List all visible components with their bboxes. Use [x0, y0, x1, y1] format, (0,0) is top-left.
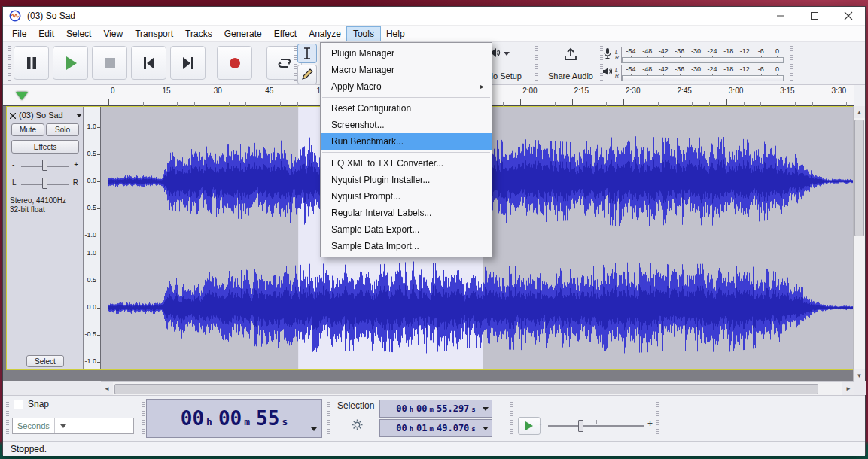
close-button[interactable]: [831, 7, 865, 25]
scroll-up-arrow[interactable]: ▲: [854, 106, 865, 118]
meter-scale-number: -42: [659, 47, 669, 55]
time-unit: m: [244, 416, 250, 427]
stop-button[interactable]: [92, 46, 127, 80]
toolbar-grip[interactable]: [142, 400, 145, 437]
audio-position-display[interactable]: 00h00m55s: [146, 399, 322, 438]
tools-menu-item[interactable]: Reset Configuration: [321, 100, 492, 117]
vertical-scale-label: 1.0: [87, 249, 96, 257]
vertical-scrollbar-thumb[interactable]: [854, 120, 864, 236]
snap-format-dropdown[interactable]: Seconds: [12, 418, 134, 434]
tools-menu-item[interactable]: Sample Data Import...: [321, 238, 492, 254]
track-select-button[interactable]: Select: [26, 355, 64, 367]
solo-button[interactable]: Solo: [46, 123, 79, 136]
play-region-triangle-icon[interactable]: [16, 92, 28, 100]
meter-scale-number: -6: [758, 65, 764, 73]
play-at-speed-button[interactable]: [518, 417, 541, 435]
menubar-item-file[interactable]: File: [6, 27, 32, 41]
playback-meter[interactable]: -54-48-42-36-30-24-18-12-60: [621, 65, 785, 81]
tools-menu-item[interactable]: Run Benchmark...: [321, 133, 492, 150]
share-audio-button[interactable]: Share Audio: [539, 44, 602, 83]
horizontal-scrollbar[interactable]: ◄ ►: [101, 381, 854, 395]
ruler-tick: [108, 99, 109, 106]
track-sample-format: 32-bit float: [10, 205, 45, 214]
menubar-item-transport[interactable]: Transport: [129, 27, 179, 41]
toolbar-grip[interactable]: [656, 400, 659, 437]
skip-to-end-button[interactable]: [170, 46, 206, 80]
track-title[interactable]: (03) So Sad: [19, 111, 63, 120]
tools-menu-item[interactable]: Apply Macro▸: [321, 78, 492, 95]
ruler-time-label: 2:15: [574, 87, 589, 95]
vertical-scrollbar[interactable]: ▲ ▼: [853, 106, 865, 381]
menubar-item-edit[interactable]: Edit: [32, 27, 60, 41]
ruler-time-label: 2:30: [626, 87, 640, 95]
playback-speed-slider[interactable]: [548, 417, 644, 435]
chevron-down-icon: [504, 52, 510, 56]
minimize-button[interactable]: [763, 7, 797, 25]
pan-slider-thumb[interactable]: [42, 178, 47, 189]
snap-checkbox[interactable]: [14, 400, 23, 409]
horizontal-scrollbar-thumb[interactable]: [114, 384, 818, 394]
meter-scale-number: -30: [691, 65, 701, 73]
play-button[interactable]: [53, 46, 88, 80]
effects-button[interactable]: Effects: [11, 140, 79, 154]
toolbar-grip[interactable]: [510, 400, 513, 437]
meter-scale-number: -54: [626, 65, 636, 73]
toolbar-grip[interactable]: [294, 46, 297, 81]
envelope-tool-button[interactable]: [297, 65, 317, 84]
selection-end-field[interactable]: 00h01m49.070s: [379, 419, 492, 437]
maximize-button[interactable]: [797, 7, 831, 25]
scroll-right-arrow[interactable]: ►: [842, 382, 854, 395]
tools-menu-item[interactable]: EQ XML to TXT Converter...: [321, 155, 492, 172]
meter-scale-number: -42: [659, 65, 669, 73]
ruler-tick: [315, 99, 315, 106]
skip-to-start-button[interactable]: [131, 46, 166, 80]
menubar-item-help[interactable]: Help: [380, 27, 411, 41]
menubar-item-effect[interactable]: Effect: [268, 27, 303, 41]
field-caret-icon[interactable]: [483, 407, 489, 411]
gain-slider-thumb[interactable]: [42, 160, 47, 171]
record-button[interactable]: [217, 46, 252, 80]
tools-menu-item[interactable]: Screenshot...: [321, 117, 492, 133]
toolbar-grip[interactable]: [790, 46, 793, 81]
field-caret-icon[interactable]: [483, 427, 489, 430]
menubar-item-tools[interactable]: Tools: [347, 27, 380, 41]
meter-scale-tick: [680, 56, 681, 59]
selection-start-field[interactable]: 00h00m55.297s: [379, 400, 492, 418]
toolbar-grip[interactable]: [8, 46, 11, 81]
meter-scale-tick: [745, 56, 745, 59]
menubar-item-generate[interactable]: Generate: [218, 27, 268, 41]
tools-menu-item[interactable]: Plugin Manager: [321, 45, 492, 62]
toolbar-grip[interactable]: [535, 46, 538, 81]
scroll-down-arrow[interactable]: ▼: [854, 369, 865, 381]
time-unit: s: [282, 416, 288, 427]
pan-slider[interactable]: L R: [11, 175, 79, 192]
tools-menu-item[interactable]: Nyquist Plugin Installer...: [321, 172, 492, 188]
vertical-scale-ruler[interactable]: 1.00.50.0-0.5-1.01.00.50.0-0.5-1.0: [84, 107, 101, 369]
tools-menu-item[interactable]: Nyquist Prompt...: [321, 188, 492, 205]
menubar-item-analyze[interactable]: Analyze: [303, 27, 347, 41]
speed-slider-thumb[interactable]: [578, 420, 583, 432]
pause-button[interactable]: [14, 46, 49, 80]
gain-slider[interactable]: - +: [11, 157, 79, 174]
time-format-caret-icon[interactable]: [311, 427, 317, 431]
selection-settings-gear-icon[interactable]: [351, 418, 364, 434]
mute-button[interactable]: Mute: [11, 123, 44, 136]
toolbar-grip[interactable]: [6, 400, 9, 437]
meter-scale-tick: [696, 74, 696, 77]
vertical-scale-tick: [97, 281, 100, 281]
menubar-item-select[interactable]: Select: [60, 27, 97, 41]
recording-meter[interactable]: -54-48-42-36-30-24-18-12-60: [621, 47, 785, 63]
menubar-item-view[interactable]: View: [97, 27, 129, 41]
selection-tool-button[interactable]: [297, 44, 317, 63]
meter-channel-label: R: [615, 73, 619, 78]
meter-channel-label: L: [615, 68, 619, 73]
track-close-icon[interactable]: [10, 108, 16, 122]
toolbar-grip[interactable]: [327, 400, 330, 437]
menubar-item-tracks[interactable]: Tracks: [179, 27, 218, 41]
vertical-scale-label: -0.5: [84, 204, 96, 211]
tools-menu-item[interactable]: Sample Data Export...: [321, 221, 492, 238]
tools-menu-item[interactable]: Macro Manager: [321, 62, 492, 78]
tools-menu-item[interactable]: Regular Interval Labels...: [321, 205, 492, 221]
scroll-left-arrow[interactable]: ◄: [101, 382, 113, 395]
track-menu-caret-icon[interactable]: [76, 114, 82, 117]
